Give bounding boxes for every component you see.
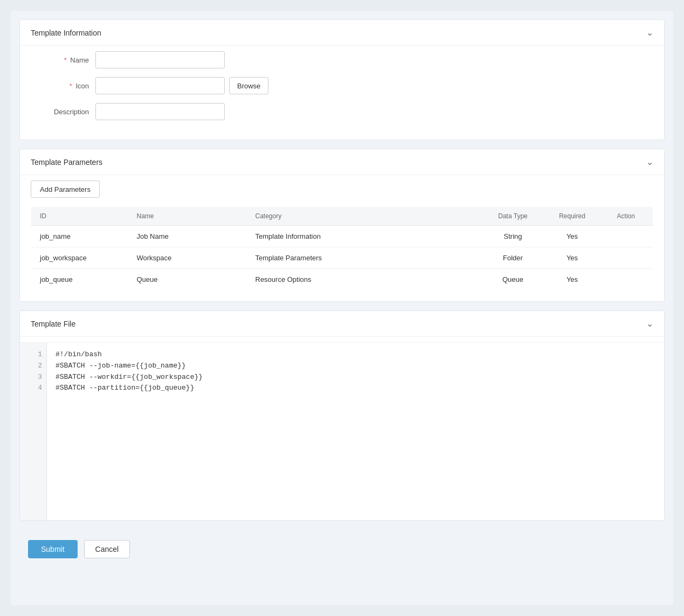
cell-id: job_name — [31, 226, 128, 247]
template-file-section: Template File ⌄ 1234 #!/bin/bash#SBATCH … — [19, 310, 665, 521]
cell-datatype: Queue — [481, 269, 545, 290]
name-input[interactable] — [95, 51, 225, 68]
code-line: #SBATCH --partition={{job_queue}} — [56, 383, 655, 394]
footer-actions: Submit Cancel — [11, 529, 673, 569]
description-label: Description — [31, 108, 95, 116]
code-line: #!/bin/bash — [56, 349, 655, 361]
code-editor: 1234 #!/bin/bash#SBATCH --job-name={{job… — [20, 342, 664, 520]
table-row: job_queue Queue Resource Options Queue Y… — [31, 269, 653, 290]
template-parameters-title: Template Parameters — [31, 158, 102, 167]
line-numbers: 1234 — [20, 343, 47, 520]
cell-name: Job Name — [128, 226, 247, 247]
cell-required: Yes — [545, 226, 599, 247]
cell-action — [599, 226, 653, 247]
icon-input[interactable] — [95, 77, 225, 94]
cell-id: job_queue — [31, 269, 128, 290]
description-field-row: Description — [31, 103, 653, 120]
cell-name: Queue — [128, 269, 247, 290]
name-label: * Name — [31, 56, 95, 64]
table-row: job_workspace Workspace Template Paramet… — [31, 247, 653, 269]
col-header-name: Name — [128, 207, 247, 226]
template-file-body: 1234 #!/bin/bash#SBATCH --job-name={{job… — [20, 336, 664, 520]
col-header-required: Required — [545, 207, 599, 226]
col-header-category: Category — [247, 207, 481, 226]
page-container: Template Information ⌄ * Name * Icon Bro… — [11, 11, 673, 605]
cell-name: Workspace — [128, 247, 247, 269]
line-number: 2 — [29, 361, 42, 372]
col-header-id: ID — [31, 207, 128, 226]
submit-button[interactable]: Submit — [28, 540, 78, 558]
template-information-section: Template Information ⌄ * Name * Icon Bro… — [19, 19, 665, 140]
browse-button[interactable]: Browse — [229, 77, 268, 94]
table-row: job_name Job Name Template Information S… — [31, 226, 653, 247]
cell-category: Template Information — [247, 226, 481, 247]
code-line: #SBATCH --job-name={{job_name}} — [56, 361, 655, 372]
line-number: 4 — [29, 383, 42, 394]
cell-category: Resource Options — [247, 269, 481, 290]
parameters-table: ID Name Category Data Type Required Acti… — [31, 206, 653, 290]
template-information-title: Template Information — [31, 29, 101, 37]
template-information-chevron-icon: ⌄ — [646, 27, 653, 38]
template-parameters-chevron-icon: ⌄ — [646, 157, 653, 167]
add-parameters-button[interactable]: Add Parameters — [31, 181, 100, 198]
template-parameters-section: Template Parameters ⌄ Add Parameters ID … — [19, 149, 665, 302]
template-file-header[interactable]: Template File ⌄ — [20, 311, 664, 336]
template-parameters-body: Add Parameters ID Name Category Data Typ… — [20, 175, 664, 301]
cell-required: Yes — [545, 269, 599, 290]
line-number: 1 — [29, 349, 42, 361]
line-number: 3 — [29, 372, 42, 383]
cell-action — [599, 247, 653, 269]
cell-category: Template Parameters — [247, 247, 481, 269]
table-header-row: ID Name Category Data Type Required Acti… — [31, 207, 653, 226]
template-file-title: Template File — [31, 320, 75, 328]
template-information-body: * Name * Icon Browse Description — [20, 45, 664, 140]
col-header-action: Action — [599, 207, 653, 226]
code-lines[interactable]: #!/bin/bash#SBATCH --job-name={{job_name… — [47, 343, 664, 520]
code-line: #SBATCH --workdir={{job_workspace}} — [56, 372, 655, 383]
cell-action — [599, 269, 653, 290]
icon-required-star: * — [70, 82, 72, 90]
name-field-row: * Name — [31, 51, 653, 68]
cell-datatype: Folder — [481, 247, 545, 269]
cell-id: job_workspace — [31, 247, 128, 269]
description-input[interactable] — [95, 103, 225, 120]
cell-datatype: String — [481, 226, 545, 247]
cell-required: Yes — [545, 247, 599, 269]
cancel-button[interactable]: Cancel — [84, 540, 130, 558]
name-required-star: * — [64, 56, 67, 64]
template-file-chevron-icon: ⌄ — [646, 319, 653, 329]
icon-label: * Icon — [31, 82, 95, 90]
template-parameters-header[interactable]: Template Parameters ⌄ — [20, 149, 664, 175]
template-information-header[interactable]: Template Information ⌄ — [20, 20, 664, 45]
col-header-datatype: Data Type — [481, 207, 545, 226]
icon-field-row: * Icon Browse — [31, 77, 653, 94]
